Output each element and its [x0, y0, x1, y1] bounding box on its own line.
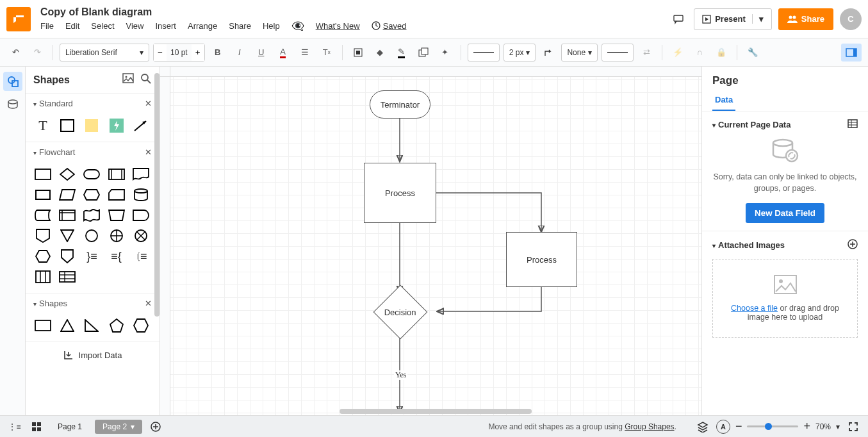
app-logo[interactable] — [6, 7, 31, 31]
fc-document[interactable] — [131, 166, 151, 183]
shape-style-button[interactable] — [414, 44, 432, 62]
accessibility-icon[interactable]: A — [716, 420, 730, 434]
undo-button[interactable]: ↶ — [6, 44, 24, 62]
fc-display[interactable] — [33, 186, 53, 203]
comment-icon[interactable] — [669, 10, 687, 28]
fc-storage[interactable] — [33, 207, 53, 224]
menu-insert[interactable]: Insert — [155, 21, 176, 31]
fc-brace-r[interactable]: }≡ — [82, 248, 101, 265]
fc-table2[interactable] — [58, 268, 77, 285]
wrench-icon[interactable]: 🔧 — [744, 44, 762, 62]
binoculars-icon[interactable]: 👁‍🗨 — [291, 20, 304, 32]
shape-fill-button[interactable]: ◆ — [371, 44, 389, 62]
fc-sum[interactable] — [131, 227, 151, 244]
toggle-right-panel[interactable] — [841, 44, 862, 62]
share-button[interactable]: Share — [778, 8, 833, 30]
zoom-out-button[interactable]: − — [735, 420, 742, 433]
fc-shield[interactable] — [58, 248, 77, 265]
image-icon[interactable] — [122, 73, 134, 87]
shapes-scrollbar[interactable] — [154, 73, 160, 317]
close-icon[interactable]: ✕ — [145, 147, 152, 157]
bold-button[interactable]: B — [209, 44, 227, 62]
menu-view[interactable]: View — [126, 21, 144, 31]
zoom-slider[interactable] — [747, 425, 798, 427]
shape-bolt[interactable] — [107, 117, 126, 134]
fc-or[interactable] — [107, 227, 126, 244]
section-attached-images[interactable]: ▾Attached Images — [712, 239, 858, 251]
fc-terminator[interactable] — [82, 166, 101, 183]
align-button[interactable]: ☰ — [296, 44, 314, 62]
edge-label-yes[interactable]: Yes — [394, 370, 407, 380]
fc-internal[interactable] — [58, 207, 77, 224]
fc-data[interactable] — [58, 186, 77, 203]
italic-button[interactable]: I — [231, 44, 249, 62]
lock-icon[interactable]: 🔒 — [712, 44, 730, 62]
bolt-icon[interactable]: ⚡ — [669, 44, 687, 62]
node-terminator[interactable]: Terminator — [370, 90, 430, 119]
present-caret[interactable]: ▾ — [752, 14, 764, 24]
close-icon[interactable]: ✕ — [145, 299, 152, 308]
sh-pentagon[interactable] — [107, 317, 126, 334]
swap-ends-button[interactable]: ⇄ — [637, 44, 655, 62]
layers-icon[interactable] — [694, 418, 711, 435]
shape-text[interactable]: T — [33, 117, 53, 134]
import-data-button[interactable]: Import Data — [26, 342, 160, 368]
text-options-button[interactable]: Tx — [318, 44, 336, 62]
border-color-button[interactable]: ✎ — [393, 44, 411, 62]
menu-select[interactable]: Select — [91, 21, 114, 31]
text-color-button[interactable]: A — [274, 44, 292, 62]
group-flowchart-header[interactable]: ▾Flowchart ✕ — [26, 142, 160, 162]
sh-rect[interactable] — [33, 317, 53, 334]
fc-process[interactable] — [33, 166, 53, 183]
line-start-select[interactable]: None ▾ — [561, 44, 598, 62]
data-rail-button[interactable] — [3, 95, 22, 114]
menu-share[interactable]: Share — [229, 21, 251, 31]
whats-new-link[interactable]: What's New — [316, 21, 360, 31]
magnet-icon[interactable]: ∩ — [691, 44, 708, 62]
fc-decision[interactable] — [58, 166, 77, 183]
fc-database[interactable] — [131, 186, 151, 203]
sh-right-tri[interactable] — [82, 317, 101, 334]
section-current-page-data[interactable]: ▾Current Page Data — [712, 119, 858, 130]
shape-arrow[interactable] — [131, 117, 151, 134]
underline-button[interactable]: U — [252, 44, 270, 62]
fc-table1[interactable] — [33, 268, 53, 285]
present-button[interactable]: Present ▾ — [694, 8, 772, 30]
sh-hexagon[interactable] — [131, 317, 151, 334]
list-view-icon[interactable]: ⋮≡ — [6, 418, 23, 435]
canvas-scrollbar[interactable] — [340, 409, 532, 414]
choose-file-link[interactable]: Choose a file — [731, 304, 778, 313]
node-process-1[interactable]: Process — [364, 163, 436, 223]
tab-data[interactable]: Data — [712, 90, 735, 111]
line-route-button[interactable] — [539, 44, 557, 62]
fc-delay[interactable] — [131, 207, 151, 224]
new-data-field-button[interactable]: New Data Field — [746, 203, 824, 223]
menu-arrange[interactable]: Arrange — [188, 21, 217, 31]
canvas[interactable]: Terminator Process Process Decision Yes — [160, 67, 701, 415]
fc-connector[interactable] — [82, 227, 101, 244]
menu-edit[interactable]: Edit — [65, 21, 79, 31]
zoom-level[interactable]: 70% — [815, 422, 831, 431]
menu-help[interactable]: Help — [263, 21, 280, 31]
close-icon[interactable]: ✕ — [145, 99, 152, 108]
fc-card[interactable]: ⟮≡ — [131, 248, 151, 265]
shape-rect[interactable] — [58, 117, 77, 134]
plus-icon[interactable] — [848, 239, 858, 251]
fc-manual[interactable] — [107, 207, 126, 224]
line-end-select[interactable] — [602, 44, 634, 62]
font-size-decrease[interactable]: − — [154, 44, 167, 61]
font-size-increase[interactable]: + — [192, 44, 204, 61]
image-dropzone[interactable]: Choose a file or drag and drop image her… — [712, 259, 858, 338]
fill-button[interactable] — [349, 44, 367, 62]
magic-button[interactable]: ✦ — [436, 44, 454, 62]
user-avatar[interactable]: C — [840, 8, 862, 30]
fc-input[interactable] — [107, 186, 126, 203]
fc-preparation[interactable] — [82, 186, 101, 203]
node-process-2[interactable]: Process — [506, 232, 577, 287]
fullscreen-icon[interactable] — [845, 418, 862, 435]
shape-note[interactable] — [82, 117, 101, 134]
grid-view-icon[interactable] — [28, 418, 45, 435]
zoom-in-button[interactable]: + — [803, 420, 810, 433]
fc-brace-l[interactable]: ≡{ — [107, 248, 126, 265]
group-standard-header[interactable]: ▾Standard ✕ — [26, 94, 160, 113]
